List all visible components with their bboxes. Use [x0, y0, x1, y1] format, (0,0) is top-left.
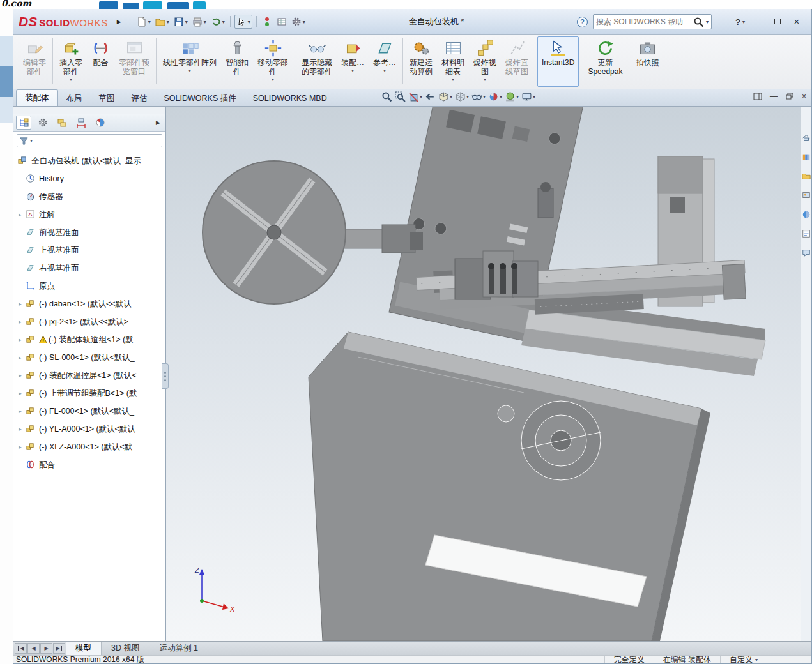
tree-item-mates[interactable]: 配合	[13, 456, 165, 474]
tab-evaluate[interactable]: 评估	[123, 91, 156, 106]
dropdown-caret[interactable]: ▾	[303, 19, 305, 25]
expand-arrow-icon[interactable]: ▸	[15, 319, 25, 325]
dropdown-caret[interactable]: ▾	[70, 77, 72, 83]
tab-solidworks-mbd[interactable]: SOLIDWORKS MBD	[245, 91, 335, 106]
appearances-icon[interactable]	[802, 210, 811, 219]
custom-properties-icon[interactable]	[802, 229, 811, 238]
expand-arrow-icon[interactable]: ▸	[15, 426, 25, 432]
smart-fasteners-button[interactable]: 智能扣 件	[221, 36, 253, 87]
move-component-button[interactable]: 移动零部 件 ▾	[253, 36, 293, 87]
tree-item-right-plane[interactable]: 右视基准面	[13, 259, 165, 277]
save-button[interactable]: ▾	[172, 15, 189, 28]
pane-toggle-button[interactable]	[753, 92, 762, 101]
select-tool-button[interactable]: ▾	[234, 15, 252, 29]
dimxpertmanager-tab[interactable]	[73, 116, 89, 130]
panel-flyout-arrow[interactable]: ▶	[153, 119, 163, 126]
help-badge-icon[interactable]: ?	[577, 17, 588, 27]
dropdown-caret[interactable]: ▾	[148, 19, 151, 25]
apply-scene-button[interactable]: ▾	[504, 91, 519, 103]
undo-button[interactable]: ▾	[210, 15, 226, 28]
dropdown-caret[interactable]: ▾	[248, 19, 250, 25]
expand-arrow-icon[interactable]: ▸	[15, 336, 25, 343]
dropdown-caret[interactable]: ▾	[351, 68, 354, 74]
expand-arrow-icon[interactable]: ▸	[15, 372, 25, 379]
exploded-view-button[interactable]: 爆炸视 图 ▾	[469, 36, 501, 87]
dropdown-caret[interactable]: ▾	[452, 77, 454, 83]
model-feeder-disc[interactable]	[203, 161, 423, 304]
search-input[interactable]	[596, 17, 691, 26]
dropdown-caret[interactable]: ▾	[420, 94, 422, 100]
zoom-fit-button[interactable]	[381, 91, 393, 103]
design-library-icon[interactable]	[802, 153, 811, 162]
title-bar[interactable]: DS SOLID WORKS ▶ ▾ ▾ ▾ ▾	[13, 9, 811, 35]
help-search-box[interactable]: ▾	[593, 14, 712, 29]
dropdown-caret[interactable]: ▾	[30, 138, 33, 144]
tree-item-root[interactable]: 全自动包装机 (默认<默认_显示	[13, 152, 165, 170]
bill-of-materials-button[interactable]: 材料明 细表 ▾	[437, 36, 469, 87]
tree-item-jxj-2[interactable]: ▸ (-) jxj-2<1> (默认<<默认>_	[13, 313, 165, 331]
file-explorer-icon[interactable]	[802, 172, 811, 181]
dropdown-caret[interactable]: ▾	[466, 94, 469, 100]
expand-arrow-icon[interactable]: ▸	[15, 301, 25, 307]
tree-item-top-plane[interactable]: 上视基准面	[13, 241, 165, 259]
new-motion-study-button[interactable]: 新建运 动算例	[405, 36, 437, 87]
dropdown-caret[interactable]: ▾	[755, 657, 758, 663]
expand-arrow-icon[interactable]: ▸	[15, 354, 25, 361]
tree-item-annotations[interactable]: ▸ A 注解	[13, 206, 165, 223]
new-document-button[interactable]: ▾	[135, 15, 152, 28]
close-button[interactable]: ×	[788, 14, 805, 28]
tab-scroll-last-button[interactable]: ▶	[53, 643, 65, 654]
model-canvas[interactable]	[166, 107, 811, 641]
tab-sketch[interactable]: 草图	[91, 91, 123, 106]
status-customize-button[interactable]: 自定义 ▾	[720, 656, 767, 664]
tab-model[interactable]: 模型	[66, 642, 102, 655]
panel-splitter-handle[interactable]: · · · ·	[13, 107, 165, 114]
hide-show-items-button[interactable]: ▾	[471, 91, 486, 103]
file-properties-button[interactable]	[275, 15, 288, 28]
tree-item-fl-000[interactable]: ▸ (-) FL-000<1> (默认<默认_	[13, 402, 165, 420]
expand-arrow-icon[interactable]: ▸	[15, 444, 25, 450]
dropdown-caret[interactable]: ▾	[222, 19, 225, 25]
update-speedpak-button[interactable]: 更新 Speedpak	[583, 36, 627, 87]
panel-divider-handle[interactable]	[162, 363, 169, 389]
dropdown-caret[interactable]: ▾	[185, 19, 188, 25]
component-preview-window-button[interactable]: 零部件预 览窗口	[114, 36, 154, 87]
dropdown-caret[interactable]: ▾	[483, 94, 486, 100]
featuremanager-tab[interactable]	[16, 116, 31, 130]
dropdown-caret[interactable]: ▾	[533, 94, 535, 100]
forum-icon[interactable]	[802, 248, 811, 257]
open-button[interactable]: ▾	[154, 15, 171, 28]
dropdown-caret[interactable]: ▾	[450, 94, 452, 100]
tree-filter-input[interactable]: ▾	[17, 134, 162, 147]
section-view-button[interactable]: ▾	[408, 91, 423, 103]
tree-item-track-group[interactable]: ▸ ! (-) 装配体轨道组<1> (默	[13, 331, 165, 349]
tab-motion-study-1[interactable]: 运动算例 1	[149, 642, 208, 655]
options-button[interactable]: ▾	[290, 15, 307, 28]
dropdown-caret[interactable]: ▾	[204, 19, 206, 25]
take-snapshot-button[interactable]: 拍快照	[631, 36, 663, 87]
tree-item-belt-adjust-b[interactable]: ▸ (-) 上带调节组装配B<1> (默	[13, 384, 165, 402]
tree-item-history[interactable]: History	[13, 170, 165, 188]
model-base-plate[interactable]	[309, 332, 710, 641]
tab-scroll-first-button[interactable]: ◀	[15, 643, 27, 654]
linear-component-pattern-button[interactable]: 线性零部件阵列 ▾	[158, 36, 221, 87]
doc-close-button[interactable]: ×	[802, 92, 806, 101]
display-style-button[interactable]: ▾	[454, 91, 470, 103]
dropdown-caret[interactable]: ▾	[500, 94, 502, 100]
tree-item-front-plane[interactable]: 前视基准面	[13, 223, 165, 241]
help-menu-button[interactable]: ? ▾	[735, 17, 745, 27]
expand-arrow-icon[interactable]: ▸	[15, 390, 25, 396]
minimize-button[interactable]: —	[750, 14, 767, 28]
assembly-features-button[interactable]: 装配… ▾	[337, 36, 369, 87]
propertymanager-tab[interactable]	[35, 116, 50, 130]
explode-line-sketch-button[interactable]: 爆炸直 线草图	[501, 36, 533, 87]
tree-item-sl-000[interactable]: ▸ (-) SL-000<1> (默认<默认_	[13, 349, 165, 366]
edit-appearance-button[interactable]: ▾	[487, 91, 503, 103]
dropdown-caret[interactable]: ▾	[484, 77, 486, 83]
insert-components-button[interactable]: 插入零 部件 ▾	[55, 36, 87, 87]
search-button[interactable]	[693, 17, 704, 27]
doc-restore-button[interactable]	[785, 92, 794, 101]
dropdown-caret[interactable]: ▾	[188, 68, 191, 74]
tree-item-xlz-a000[interactable]: ▸ (-) XLZ-A000<1> (默认<默	[13, 438, 165, 456]
dropdown-caret[interactable]: ▾	[742, 19, 745, 25]
